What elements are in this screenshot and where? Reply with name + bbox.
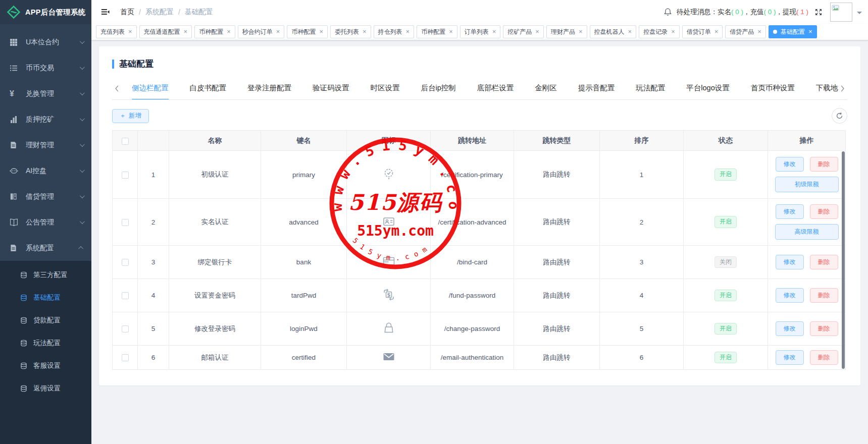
close-icon[interactable]: × xyxy=(227,29,231,34)
delete-button[interactable]: 删除 xyxy=(810,321,838,336)
row-checkbox[interactable] xyxy=(122,259,129,266)
tab-label: 挖矿产品 xyxy=(507,28,532,36)
close-icon[interactable]: × xyxy=(449,29,453,34)
close-icon[interactable]: × xyxy=(757,29,761,34)
subtab-4[interactable]: 时区设置 xyxy=(371,78,400,99)
subtab-2[interactable]: 登录注册配置 xyxy=(247,78,291,99)
tab-3[interactable]: 秒合约订单× xyxy=(238,25,285,38)
close-icon[interactable]: × xyxy=(628,29,632,34)
tab-0[interactable]: 充值列表× xyxy=(96,25,137,38)
close-icon[interactable]: × xyxy=(671,29,675,34)
edit-button[interactable]: 修改 xyxy=(776,157,804,172)
breadcrumb-item[interactable]: 系统配置 xyxy=(145,8,174,17)
refresh-button[interactable] xyxy=(832,108,847,124)
row-checkbox[interactable] xyxy=(122,354,129,361)
delete-button[interactable]: 删除 xyxy=(810,255,838,269)
close-icon[interactable]: × xyxy=(492,29,496,34)
sidebar-item-5[interactable]: AI控盘 xyxy=(0,158,91,184)
tab-5[interactable]: 委托列表× xyxy=(330,25,371,38)
subtab-10[interactable]: 平台logo设置 xyxy=(686,78,729,99)
tab-8[interactable]: 订单列表× xyxy=(460,25,501,38)
subtab-9[interactable]: 玩法配置 xyxy=(636,78,665,99)
sidebar-subitem-1[interactable]: 基础配置 xyxy=(0,286,91,309)
delete-button[interactable]: 删除 xyxy=(810,350,838,365)
close-icon[interactable]: × xyxy=(319,29,323,34)
tab-14[interactable]: 借贷产品× xyxy=(725,25,766,38)
subtab-6[interactable]: 底部栏设置 xyxy=(477,78,514,99)
edit-button[interactable]: 修改 xyxy=(776,350,804,365)
tab-6[interactable]: 持仓列表× xyxy=(374,25,415,38)
table-scrollbar[interactable] xyxy=(842,151,845,369)
sidebar-subitem-4[interactable]: 客服设置 xyxy=(0,354,91,377)
subtab-5[interactable]: 后台ip控制 xyxy=(421,78,456,99)
tab-15[interactable]: 基础配置× xyxy=(769,25,817,38)
sidebar-item-7[interactable]: 公告管理 xyxy=(0,209,91,235)
app-logo[interactable]: APP后台管理系统 xyxy=(0,0,91,24)
close-icon[interactable]: × xyxy=(363,29,367,34)
subtab-7[interactable]: 金刚区 xyxy=(535,78,557,99)
add-button[interactable]: ＋ 新增 xyxy=(112,109,149,123)
chevron-down-icon[interactable] xyxy=(857,12,862,17)
row-checkbox[interactable] xyxy=(122,325,129,332)
sidebar-item-8[interactable]: 系统配置 xyxy=(0,235,91,261)
sidebar-subitem-5[interactable]: 返佣设置 xyxy=(0,377,91,400)
subtab-8[interactable]: 提示音配置 xyxy=(578,78,615,99)
subtab-11[interactable]: 首页币种设置 xyxy=(751,78,795,99)
select-all-checkbox[interactable] xyxy=(122,138,129,145)
row-checkbox[interactable] xyxy=(122,172,129,179)
tab-1[interactable]: 充值通道配置× xyxy=(139,25,192,38)
sidebar-subitem-2[interactable]: 贷款配置 xyxy=(0,309,91,331)
delete-button[interactable]: 删除 xyxy=(810,288,838,303)
close-icon[interactable]: × xyxy=(808,29,812,34)
message-1[interactable]: 充值( 0 ) xyxy=(750,8,776,16)
edit-button[interactable]: 修改 xyxy=(776,204,804,219)
sidebar-item-0[interactable]: U本位合约 xyxy=(0,29,91,55)
avatar[interactable] xyxy=(830,3,852,22)
tab-12[interactable]: 控盘记录× xyxy=(639,25,680,38)
sidebar-item-6[interactable]: 借贷管理 xyxy=(0,184,91,209)
row-checkbox[interactable] xyxy=(122,292,129,299)
tab-11[interactable]: 控盘机器人× xyxy=(590,25,637,38)
close-icon[interactable]: × xyxy=(714,29,719,34)
close-icon[interactable]: × xyxy=(276,29,280,34)
fullscreen-icon[interactable] xyxy=(814,8,823,16)
tab-7[interactable]: 币种配置× xyxy=(417,25,457,38)
close-icon[interactable]: × xyxy=(535,29,539,34)
edit-button[interactable]: 修改 xyxy=(776,255,804,269)
subtab-3[interactable]: 验证码设置 xyxy=(313,78,349,99)
edit-button[interactable]: 修改 xyxy=(776,321,804,336)
row-checkbox[interactable] xyxy=(122,219,129,226)
sidebar-subitem-0[interactable]: 第三方配置 xyxy=(0,263,91,286)
subtab-0[interactable]: 侧边栏配置 xyxy=(132,78,169,99)
edit-button[interactable]: 修改 xyxy=(776,288,804,303)
message-0[interactable]: 实名( 0 ) xyxy=(718,8,743,16)
tab-4[interactable]: 币种配置× xyxy=(287,25,328,38)
delete-button[interactable]: 删除 xyxy=(810,157,838,172)
subtab-1[interactable]: 白皮书配置 xyxy=(190,78,227,99)
close-icon[interactable]: × xyxy=(184,29,188,34)
breadcrumb-item[interactable]: 首页 xyxy=(120,8,134,17)
tab-9[interactable]: 挖矿产品× xyxy=(503,25,544,38)
sidebar-subitem-3[interactable]: 玩法配置 xyxy=(0,331,91,354)
sidebar-item-1[interactable]: 币币交易 xyxy=(0,55,91,81)
bell-icon[interactable] xyxy=(663,8,672,16)
tab-13[interactable]: 借贷订单× xyxy=(682,25,723,38)
sidebar-item-3[interactable]: 质押挖矿 xyxy=(0,106,91,132)
subtab-12[interactable]: 下载地址配置 xyxy=(816,78,838,99)
toolbar: ＋ 新增 xyxy=(112,108,847,124)
close-icon[interactable]: × xyxy=(579,29,583,34)
limit-button[interactable]: 初级限额 xyxy=(775,177,839,192)
subtabs-prev-icon[interactable] xyxy=(112,85,121,92)
close-icon[interactable]: × xyxy=(128,29,132,34)
close-icon[interactable]: × xyxy=(406,29,410,34)
tab-10[interactable]: 理财产品× xyxy=(546,25,587,38)
delete-button[interactable]: 删除 xyxy=(810,204,838,219)
breadcrumb-item[interactable]: 基础配置 xyxy=(185,8,213,17)
hamburger-icon[interactable] xyxy=(99,6,112,18)
limit-button[interactable]: 高级限额 xyxy=(775,224,839,240)
sidebar-item-2[interactable]: ¥兑换管理 xyxy=(0,81,91,106)
tab-2[interactable]: 币种配置× xyxy=(194,25,235,38)
message-2[interactable]: 提现( 1 ) xyxy=(783,8,808,16)
subtabs-next-icon[interactable] xyxy=(838,85,847,92)
sidebar-item-4[interactable]: 理财管理 xyxy=(0,132,91,158)
